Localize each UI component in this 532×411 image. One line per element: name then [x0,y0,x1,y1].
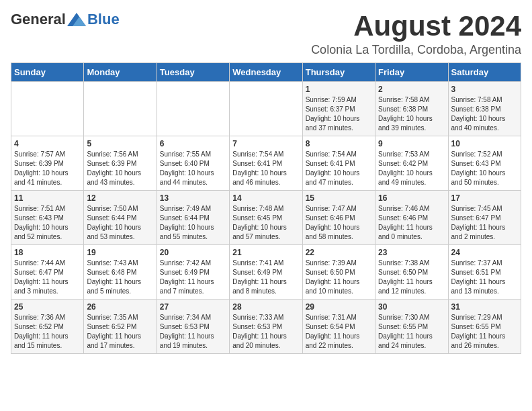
day-number: 10 [451,139,518,148]
calendar-cell [157,82,229,136]
calendar-cell: 25Sunrise: 7:36 AM Sunset: 6:52 PM Dayli… [11,300,84,354]
day-number: 13 [160,193,226,203]
day-number: 26 [87,302,153,312]
day-number: 8 [306,139,372,148]
day-info: Sunrise: 7:42 AM Sunset: 6:49 PM Dayligh… [160,259,226,296]
day-info: Sunrise: 7:37 AM Sunset: 6:51 PM Dayligh… [451,259,518,296]
day-info: Sunrise: 7:29 AM Sunset: 6:55 PM Dayligh… [451,313,518,351]
day-info: Sunrise: 7:31 AM Sunset: 6:54 PM Dayligh… [306,313,372,351]
calendar-cell: 26Sunrise: 7:35 AM Sunset: 6:52 PM Dayli… [84,300,157,354]
day-number: 31 [451,302,518,312]
day-info: Sunrise: 7:43 AM Sunset: 6:48 PM Dayligh… [87,259,153,296]
day-number: 19 [87,248,153,257]
calendar-cell: 14Sunrise: 7:48 AM Sunset: 6:45 PM Dayli… [230,191,302,245]
calendar-cell: 2Sunrise: 7:58 AM Sunset: 6:38 PM Daylig… [375,82,448,136]
calendar-cell: 1Sunrise: 7:59 AM Sunset: 6:37 PM Daylig… [302,82,375,136]
calendar-cell: 24Sunrise: 7:37 AM Sunset: 6:51 PM Dayli… [448,245,521,300]
weekday-header-friday: Friday [375,63,448,82]
day-info: Sunrise: 7:34 AM Sunset: 6:53 PM Dayligh… [160,313,226,351]
day-number: 27 [160,302,226,312]
location: Colonia La Tordilla, Cordoba, Argentina [311,43,521,57]
calendar-cell: 19Sunrise: 7:43 AM Sunset: 6:48 PM Dayli… [84,245,157,300]
weekday-header-row: SundayMondayTuesdayWednesdayThursdayFrid… [11,63,521,82]
day-number: 14 [232,193,299,203]
day-number: 24 [451,248,518,257]
calendar-cell: 11Sunrise: 7:51 AM Sunset: 6:43 PM Dayli… [11,191,84,245]
day-number: 16 [378,193,445,203]
day-number: 25 [14,302,81,312]
day-info: Sunrise: 7:53 AM Sunset: 6:42 PM Dayligh… [378,150,445,187]
calendar-cell: 9Sunrise: 7:53 AM Sunset: 6:42 PM Daylig… [375,136,448,191]
day-info: Sunrise: 7:44 AM Sunset: 6:47 PM Dayligh… [14,259,81,296]
calendar-cell [84,82,157,136]
day-number: 11 [14,193,81,203]
day-info: Sunrise: 7:39 AM Sunset: 6:50 PM Dayligh… [306,259,372,296]
day-info: Sunrise: 7:47 AM Sunset: 6:46 PM Dayligh… [306,204,372,242]
day-info: Sunrise: 7:48 AM Sunset: 6:45 PM Dayligh… [232,204,299,242]
day-info: Sunrise: 7:58 AM Sunset: 6:38 PM Dayligh… [451,95,518,133]
day-info: Sunrise: 7:55 AM Sunset: 6:40 PM Dayligh… [160,150,226,187]
day-number: 29 [306,302,372,312]
calendar-cell: 21Sunrise: 7:41 AM Sunset: 6:49 PM Dayli… [230,245,302,300]
calendar-cell: 20Sunrise: 7:42 AM Sunset: 6:49 PM Dayli… [157,245,229,300]
page-header: General Blue August 2024 Colonia La Tord… [11,11,521,57]
calendar-cell: 12Sunrise: 7:50 AM Sunset: 6:44 PM Dayli… [84,191,157,245]
day-info: Sunrise: 7:45 AM Sunset: 6:47 PM Dayligh… [451,204,518,242]
calendar-cell: 17Sunrise: 7:45 AM Sunset: 6:47 PM Dayli… [448,191,521,245]
calendar-cell: 28Sunrise: 7:33 AM Sunset: 6:53 PM Dayli… [230,300,302,354]
calendar-week-5: 25Sunrise: 7:36 AM Sunset: 6:52 PM Dayli… [11,300,521,354]
day-info: Sunrise: 7:51 AM Sunset: 6:43 PM Dayligh… [14,204,81,242]
weekday-header-wednesday: Wednesday [230,63,302,82]
day-number: 1 [306,85,372,94]
weekday-header-saturday: Saturday [448,63,521,82]
day-number: 23 [378,248,445,257]
calendar-cell [11,82,84,136]
calendar-table: SundayMondayTuesdayWednesdayThursdayFrid… [11,62,521,354]
day-info: Sunrise: 7:30 AM Sunset: 6:55 PM Dayligh… [378,313,445,351]
day-info: Sunrise: 7:41 AM Sunset: 6:49 PM Dayligh… [232,259,299,296]
calendar-week-2: 4Sunrise: 7:57 AM Sunset: 6:39 PM Daylig… [11,136,521,191]
calendar-cell: 29Sunrise: 7:31 AM Sunset: 6:54 PM Dayli… [302,300,375,354]
day-number: 22 [306,248,372,257]
day-info: Sunrise: 7:54 AM Sunset: 6:41 PM Dayligh… [232,150,299,187]
calendar-cell: 31Sunrise: 7:29 AM Sunset: 6:55 PM Dayli… [448,300,521,354]
day-info: Sunrise: 7:35 AM Sunset: 6:52 PM Dayligh… [87,313,153,351]
day-info: Sunrise: 7:33 AM Sunset: 6:53 PM Dayligh… [232,313,299,351]
day-number: 9 [378,139,445,148]
day-info: Sunrise: 7:49 AM Sunset: 6:44 PM Dayligh… [160,204,226,242]
calendar-cell: 27Sunrise: 7:34 AM Sunset: 6:53 PM Dayli… [157,300,229,354]
weekday-header-sunday: Sunday [11,63,84,82]
day-info: Sunrise: 7:52 AM Sunset: 6:43 PM Dayligh… [451,150,518,187]
day-number: 17 [451,193,518,203]
day-info: Sunrise: 7:36 AM Sunset: 6:52 PM Dayligh… [14,313,81,351]
calendar-cell: 23Sunrise: 7:38 AM Sunset: 6:50 PM Dayli… [375,245,448,300]
day-info: Sunrise: 7:38 AM Sunset: 6:50 PM Dayligh… [378,259,445,296]
calendar-cell: 13Sunrise: 7:49 AM Sunset: 6:44 PM Dayli… [157,191,229,245]
weekday-header-monday: Monday [84,63,157,82]
day-number: 28 [232,302,299,312]
calendar-week-4: 18Sunrise: 7:44 AM Sunset: 6:47 PM Dayli… [11,245,521,300]
logo: General Blue [11,11,120,28]
calendar-cell: 10Sunrise: 7:52 AM Sunset: 6:43 PM Dayli… [448,136,521,191]
day-number: 21 [232,248,299,257]
day-info: Sunrise: 7:59 AM Sunset: 6:37 PM Dayligh… [306,95,372,133]
day-info: Sunrise: 7:54 AM Sunset: 6:41 PM Dayligh… [306,150,372,187]
day-number: 20 [160,248,226,257]
logo-icon [67,13,86,26]
day-number: 2 [378,85,445,94]
calendar-cell: 8Sunrise: 7:54 AM Sunset: 6:41 PM Daylig… [302,136,375,191]
day-number: 12 [87,193,153,203]
calendar-cell: 30Sunrise: 7:30 AM Sunset: 6:55 PM Dayli… [375,300,448,354]
day-info: Sunrise: 7:56 AM Sunset: 6:39 PM Dayligh… [87,150,153,187]
weekday-header-tuesday: Tuesday [157,63,229,82]
calendar-cell: 15Sunrise: 7:47 AM Sunset: 6:46 PM Dayli… [302,191,375,245]
day-number: 6 [160,139,226,148]
day-number: 15 [306,193,372,203]
day-number: 7 [232,139,299,148]
day-number: 4 [14,139,81,148]
day-number: 18 [14,248,81,257]
calendar-week-3: 11Sunrise: 7:51 AM Sunset: 6:43 PM Dayli… [11,191,521,245]
calendar-cell [230,82,302,136]
weekday-header-thursday: Thursday [302,63,375,82]
calendar-cell: 22Sunrise: 7:39 AM Sunset: 6:50 PM Dayli… [302,245,375,300]
